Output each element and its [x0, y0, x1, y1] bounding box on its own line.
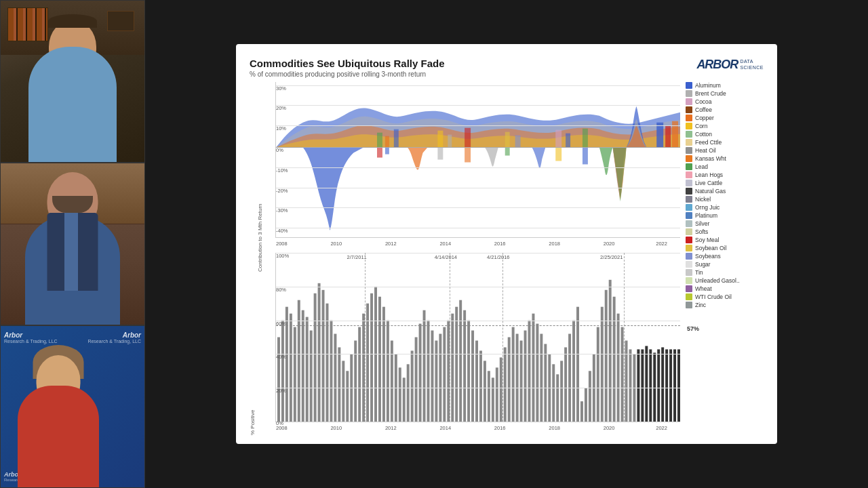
legend-color-swatch — [686, 147, 692, 154]
legend-item: Tin — [686, 269, 764, 276]
legend-label-text: Aluminum — [695, 82, 721, 89]
legend-color-swatch — [686, 293, 692, 300]
svg-rect-3 — [394, 129, 399, 148]
slide-container: Commodities See Ubiquitous Rally Fade % … — [236, 44, 777, 444]
svg-rect-33 — [322, 290, 325, 422]
legend-item: Sugar — [686, 261, 764, 268]
svg-rect-69 — [467, 321, 470, 422]
svg-rect-75 — [492, 378, 494, 422]
svg-rect-58 — [423, 310, 426, 422]
svg-rect-59 — [427, 321, 430, 422]
svg-rect-90 — [552, 364, 555, 422]
svg-rect-52 — [399, 367, 401, 422]
svg-rect-68 — [463, 310, 466, 422]
legend-label-text: Natural Gas — [695, 188, 726, 195]
legend-color-swatch — [686, 90, 692, 97]
svg-rect-21 — [583, 148, 588, 165]
legend-item: Live Cattle — [686, 180, 764, 186]
svg-rect-105 — [613, 297, 616, 422]
svg-rect-55 — [411, 350, 414, 422]
svg-rect-2 — [385, 136, 389, 148]
svg-rect-47 — [378, 297, 381, 422]
svg-rect-103 — [605, 290, 608, 422]
svg-rect-63 — [443, 327, 446, 422]
legend-item: Unleaded Gasol.. — [686, 277, 764, 284]
svg-rect-34 — [326, 304, 329, 422]
legend-item: Natural Gas — [686, 188, 764, 195]
svg-rect-49 — [387, 321, 389, 422]
legend-color-swatch — [686, 139, 692, 146]
svg-rect-117 — [661, 347, 664, 422]
svg-rect-65 — [451, 314, 454, 422]
svg-rect-56 — [415, 338, 418, 422]
legend-color-swatch — [686, 253, 692, 260]
bottom-chart-svg — [276, 253, 680, 422]
svg-rect-38 — [342, 361, 344, 422]
legend-color-swatch — [686, 245, 692, 251]
video-panel-1 — [0, 0, 145, 163]
svg-rect-22 — [277, 338, 280, 422]
legend-item: Heat Oil — [686, 147, 764, 154]
top-chart-area: 30% 20% 10% 0% -10% -20% -30% — [275, 82, 680, 238]
slide-header: Commodities See Ubiquitous Rally Fade % … — [250, 58, 764, 78]
chart-top: Contribution to 3 Mth Return 30% 20% 10%… — [250, 82, 680, 238]
svg-rect-39 — [346, 371, 349, 422]
svg-rect-87 — [540, 334, 542, 422]
legend-label-text: Lead — [695, 163, 708, 170]
svg-rect-44 — [366, 304, 369, 422]
svg-rect-102 — [601, 307, 604, 422]
arbor-brand: ARBOR DATA SCIENCE — [696, 58, 764, 72]
legend-label-text: Nickel — [695, 196, 711, 203]
svg-rect-101 — [597, 327, 599, 422]
legend-item: Lean Hogs — [686, 171, 764, 178]
svg-rect-62 — [439, 334, 441, 422]
legend-label-text: Softs — [695, 228, 708, 235]
legend-item: Aluminum — [686, 82, 764, 89]
legend-label-text: Orng Juic — [695, 204, 719, 211]
svg-rect-116 — [657, 349, 660, 422]
arbor-brand-name: ARBOR — [696, 58, 738, 71]
svg-rect-61 — [435, 340, 437, 422]
legend-item: Soybean Oil — [686, 245, 764, 251]
svg-rect-71 — [475, 340, 478, 422]
svg-rect-10 — [566, 134, 570, 148]
svg-rect-91 — [556, 374, 559, 422]
svg-rect-109 — [629, 349, 632, 422]
legend-item: Feed Cttle — [686, 139, 764, 146]
svg-rect-8 — [515, 136, 521, 148]
svg-rect-81 — [516, 334, 519, 422]
legend-label-text: Brent Crude — [695, 90, 726, 97]
legend-color-swatch — [686, 155, 692, 162]
legend-item: Zinc — [686, 302, 764, 308]
svg-rect-119 — [669, 349, 672, 422]
legend-color-swatch — [686, 261, 692, 268]
legend-item: Soybeans — [686, 253, 764, 260]
legend-label-text: Wheat — [695, 285, 712, 292]
svg-rect-28 — [302, 310, 304, 422]
svg-rect-5 — [448, 135, 452, 148]
legend-color-swatch — [686, 98, 692, 105]
svg-rect-98 — [585, 388, 587, 422]
legend-color-swatch — [686, 204, 692, 211]
legend-label-text: Soybeans — [695, 253, 721, 260]
svg-rect-48 — [382, 307, 385, 422]
annotation-2011: 2/7/2011 — [347, 254, 367, 260]
svg-rect-7 — [505, 132, 510, 148]
legend-color-swatch — [686, 228, 692, 235]
annotation-2014: 4/14/2014 — [435, 254, 457, 260]
annotation-2021: 2/25/2021 — [600, 254, 623, 260]
svg-rect-37 — [338, 347, 340, 422]
chart-area: Contribution to 3 Mth Return 30% 20% 10%… — [250, 82, 764, 422]
bottom-chart-area: 100% 80% 60% 40% 20% 0% — [275, 253, 680, 422]
legend-item: Cotton — [686, 131, 764, 138]
svg-rect-72 — [479, 350, 482, 422]
svg-rect-97 — [580, 401, 583, 422]
svg-rect-120 — [673, 349, 676, 422]
legend-label-text: Coffee — [695, 106, 712, 113]
video-panel-3: Arbor Research & Trading, LLC Arbor Rese… — [0, 325, 145, 488]
legend-item: Silver — [686, 220, 764, 227]
svg-rect-9 — [555, 130, 561, 148]
legend-label-text: Soybean Oil — [695, 245, 726, 251]
legend-color-swatch — [686, 180, 692, 186]
svg-rect-13 — [665, 126, 671, 148]
